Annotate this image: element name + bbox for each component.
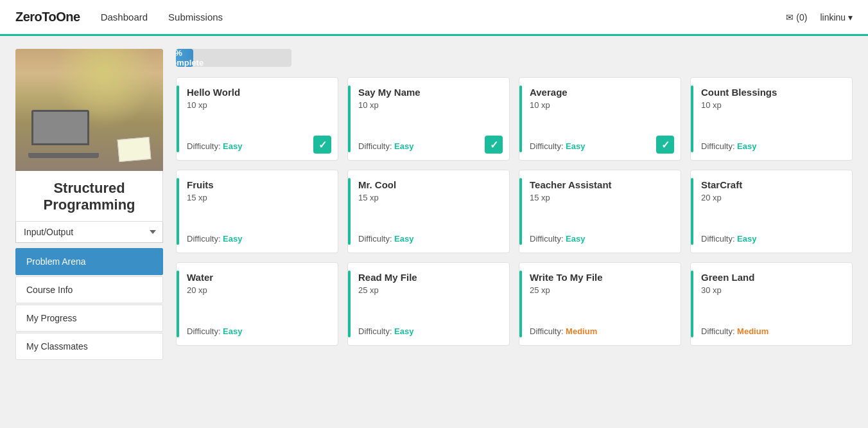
problem-card-2[interactable]: Average10 xpDifficulty: Easy✓ bbox=[519, 77, 681, 161]
progress-bar-inner: 15% Complete bbox=[176, 49, 193, 67]
card-accent-10 bbox=[519, 271, 522, 337]
difficulty-label-2: Difficulty: bbox=[530, 141, 566, 151]
progress-label: 15% Complete bbox=[176, 49, 204, 67]
card-difficulty-9: Difficulty: Easy bbox=[348, 326, 499, 336]
laptop-base bbox=[28, 153, 99, 158]
difficulty-label-5: Difficulty: bbox=[358, 234, 394, 244]
laptop-illustration bbox=[28, 110, 99, 158]
card-content-1: Say My Name10 xp bbox=[348, 87, 499, 115]
problem-grid: Hello World10 xpDifficulty: Easy✓Say My … bbox=[176, 77, 853, 346]
sidebar-nav-item-3[interactable]: My Classmates bbox=[15, 333, 163, 360]
card-content-4: Fruits15 xp bbox=[177, 179, 327, 208]
card-xp-8: 20 xp bbox=[187, 285, 327, 295]
card-content-7: StarCraft20 xp bbox=[691, 179, 842, 208]
card-title-8: Water bbox=[187, 272, 327, 283]
card-xp-7: 20 xp bbox=[701, 193, 842, 202]
problem-card-3[interactable]: Count Blessings10 xpDifficulty: Easy bbox=[690, 77, 853, 161]
card-title-0: Hello World bbox=[187, 87, 327, 98]
difficulty-value-10: Medium bbox=[566, 326, 597, 336]
card-accent-0 bbox=[177, 85, 179, 152]
card-title-7: StarCraft bbox=[701, 179, 842, 190]
difficulty-value-5: Easy bbox=[394, 234, 413, 244]
difficulty-label-7: Difficulty: bbox=[701, 234, 737, 244]
card-xp-5: 15 xp bbox=[358, 193, 499, 202]
card-accent-7 bbox=[691, 178, 693, 245]
card-title-10: Write To My File bbox=[530, 272, 670, 283]
card-difficulty-0: Difficulty: Easy bbox=[177, 141, 327, 151]
problem-card-10[interactable]: Write To My File25 xpDifficulty: Medium bbox=[519, 262, 681, 346]
content-area: 15% Complete Hello World10 xpDifficulty:… bbox=[176, 49, 853, 361]
topnav: ZeroToOne Dashboard Submissions ✉ (0) li… bbox=[0, 0, 868, 36]
card-title-3: Count Blessings bbox=[701, 87, 842, 98]
course-image bbox=[15, 49, 163, 171]
card-content-0: Hello World10 xp bbox=[177, 87, 327, 115]
sidebar: Structured Programming Input/OutputLoops… bbox=[15, 49, 163, 361]
checkmark-2: ✓ bbox=[656, 136, 674, 154]
problem-card-11[interactable]: Green Land30 xpDifficulty: Medium bbox=[690, 262, 853, 346]
card-accent-11 bbox=[691, 271, 693, 337]
topnav-right: ✉ (0) linkinu ▾ bbox=[786, 12, 853, 22]
brand-logo[interactable]: ZeroToOne bbox=[15, 10, 80, 24]
difficulty-value-1: Easy bbox=[394, 141, 413, 151]
card-accent-8 bbox=[177, 271, 179, 337]
card-title-1: Say My Name bbox=[358, 87, 499, 98]
notebook-illustration bbox=[117, 137, 152, 162]
problem-card-1[interactable]: Say My Name10 xpDifficulty: Easy✓ bbox=[347, 77, 510, 161]
messages-button[interactable]: ✉ (0) bbox=[786, 12, 807, 22]
problem-card-5[interactable]: Mr. Cool15 xpDifficulty: Easy bbox=[347, 170, 510, 253]
progress-bar-outer: 15% Complete bbox=[176, 49, 291, 67]
difficulty-label-1: Difficulty: bbox=[358, 141, 394, 151]
card-content-3: Count Blessings10 xp bbox=[691, 87, 842, 115]
card-xp-3: 10 xp bbox=[701, 100, 842, 110]
difficulty-value-0: Easy bbox=[223, 141, 242, 151]
card-difficulty-2: Difficulty: Easy bbox=[519, 141, 670, 151]
card-difficulty-1: Difficulty: Easy bbox=[348, 141, 499, 151]
problem-card-7[interactable]: StarCraft20 xpDifficulty: Easy bbox=[690, 170, 853, 253]
problem-card-4[interactable]: Fruits15 xpDifficulty: Easy bbox=[176, 170, 338, 253]
card-accent-9 bbox=[348, 271, 351, 337]
sidebar-nav-item-0[interactable]: Problem Arena bbox=[15, 248, 163, 275]
nav-submissions[interactable]: Submissions bbox=[168, 12, 223, 22]
card-title-4: Fruits bbox=[187, 179, 327, 190]
nav-dashboard[interactable]: Dashboard bbox=[101, 12, 148, 22]
card-difficulty-8: Difficulty: Easy bbox=[177, 326, 327, 336]
sidebar-nav-item-2[interactable]: My Progress bbox=[15, 305, 163, 332]
card-title-11: Green Land bbox=[701, 272, 842, 283]
difficulty-label-0: Difficulty: bbox=[187, 141, 223, 151]
card-title-6: Teacher Assistant bbox=[530, 179, 670, 190]
card-difficulty-7: Difficulty: Easy bbox=[691, 234, 842, 244]
user-menu[interactable]: linkinu ▾ bbox=[820, 12, 853, 22]
difficulty-label-8: Difficulty: bbox=[187, 326, 223, 336]
problem-card-9[interactable]: Read My File25 xpDifficulty: Easy bbox=[347, 262, 510, 346]
difficulty-value-4: Easy bbox=[223, 234, 242, 244]
card-difficulty-11: Difficulty: Medium bbox=[691, 326, 842, 336]
card-content-9: Read My File25 xp bbox=[348, 272, 499, 300]
card-accent-6 bbox=[519, 178, 522, 245]
card-difficulty-4: Difficulty: Easy bbox=[177, 234, 327, 244]
problem-card-8[interactable]: Water20 xpDifficulty: Easy bbox=[176, 262, 338, 346]
laptop-screen bbox=[31, 110, 89, 145]
card-difficulty-10: Difficulty: Medium bbox=[519, 326, 670, 336]
card-title-2: Average bbox=[530, 87, 670, 98]
card-xp-6: 15 xp bbox=[530, 193, 670, 202]
checkmark-1: ✓ bbox=[485, 136, 503, 154]
problem-card-6[interactable]: Teacher Assistant15 xpDifficulty: Easy bbox=[519, 170, 681, 253]
sidebar-nav-item-1[interactable]: Course Info bbox=[15, 276, 163, 303]
card-xp-2: 10 xp bbox=[530, 100, 670, 110]
course-title: Structured Programming bbox=[15, 171, 163, 222]
card-difficulty-3: Difficulty: Easy bbox=[691, 141, 842, 151]
card-content-5: Mr. Cool15 xp bbox=[348, 179, 499, 208]
card-xp-11: 30 xp bbox=[701, 285, 842, 295]
difficulty-value-7: Easy bbox=[737, 234, 756, 244]
problem-card-0[interactable]: Hello World10 xpDifficulty: Easy✓ bbox=[176, 77, 338, 161]
topic-selector[interactable]: Input/OutputLoopsConditionalsFunctions bbox=[15, 222, 163, 243]
difficulty-label-3: Difficulty: bbox=[701, 141, 737, 151]
difficulty-label-9: Difficulty: bbox=[358, 326, 394, 336]
difficulty-value-9: Easy bbox=[394, 326, 413, 336]
card-content-11: Green Land30 xp bbox=[691, 272, 842, 300]
course-image-inner bbox=[15, 49, 163, 171]
difficulty-value-8: Easy bbox=[223, 326, 242, 336]
card-accent-2 bbox=[519, 85, 522, 152]
card-xp-0: 10 xp bbox=[187, 100, 327, 110]
card-accent-3 bbox=[691, 85, 693, 152]
